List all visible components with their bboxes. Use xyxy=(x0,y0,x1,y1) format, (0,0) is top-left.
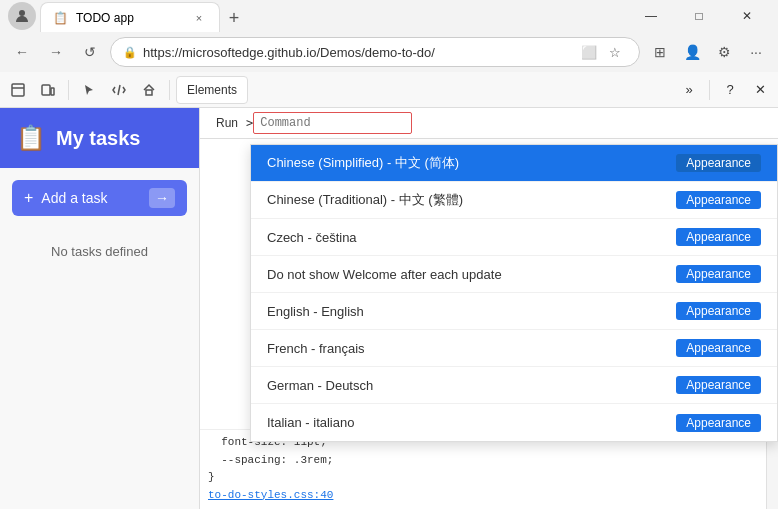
app-panel: 📋 My tasks + Add a task → No tasks defin… xyxy=(0,108,200,509)
minimize-button[interactable]: — xyxy=(628,0,674,32)
profile-icon[interactable] xyxy=(8,2,36,30)
add-task-bar[interactable]: + Add a task → xyxy=(12,180,187,216)
tab-bar: 📋 TODO app × + xyxy=(40,0,624,32)
url-text: https://microsoftedge.github.io/Demos/de… xyxy=(143,45,571,60)
device-toolbar-icon[interactable] xyxy=(34,76,62,104)
command-input[interactable] xyxy=(253,112,412,134)
appearance-button[interactable]: Appearance xyxy=(676,339,761,357)
profile-icon-addr[interactable]: 👤 xyxy=(678,38,706,66)
close-button[interactable]: ✕ xyxy=(724,0,770,32)
address-bar-actions: ⊞ 👤 ⚙ ··· xyxy=(646,38,770,66)
svg-rect-1 xyxy=(12,84,24,96)
svg-line-5 xyxy=(118,85,120,95)
svg-rect-4 xyxy=(51,88,54,95)
browser-tab[interactable]: 📋 TODO app × xyxy=(40,2,220,32)
code-panel: Run > Chinese (Simplified) - 中文 (简体)Appe… xyxy=(200,108,778,509)
toolbar-separator-2 xyxy=(169,80,170,100)
svg-point-0 xyxy=(19,10,25,16)
address-bar: ← → ↺ 🔒 https://microsoftedge.github.io/… xyxy=(0,32,778,72)
dropdown-item[interactable]: Italian - italianoAppearance xyxy=(251,404,777,441)
close-devtools-button[interactable]: ✕ xyxy=(746,76,774,104)
dropdown-item[interactable]: French - françaisAppearance xyxy=(251,330,777,367)
app-title: My tasks xyxy=(56,127,141,150)
item-label: French - français xyxy=(267,341,365,356)
home-icon[interactable] xyxy=(135,76,163,104)
dropdown-item[interactable]: Chinese (Traditional) - 中文 (繁體)Appearanc… xyxy=(251,182,777,219)
dropdown-list: Chinese (Simplified) - 中文 (简体)Appearance… xyxy=(250,144,778,442)
dropdown-item[interactable]: Czech - češtinaAppearance xyxy=(251,219,777,256)
settings-icon[interactable]: ⚙ xyxy=(710,38,738,66)
plus-icon: + xyxy=(24,189,33,207)
run-command-bar: Run > xyxy=(200,108,778,139)
back-button[interactable]: ← xyxy=(8,38,36,66)
item-label: Do not show Welcome after each update xyxy=(267,267,502,282)
tab-close-button[interactable]: × xyxy=(191,10,207,26)
code-link[interactable]: to-do-styles.css:40 xyxy=(208,487,758,505)
appearance-button[interactable]: Appearance xyxy=(676,228,761,246)
item-label: German - Deutsch xyxy=(267,378,373,393)
inspect-element-icon[interactable] xyxy=(4,76,32,104)
item-label: English - English xyxy=(267,304,364,319)
add-task-label: Add a task xyxy=(41,190,141,206)
toolbar-separator xyxy=(68,80,69,100)
dropdown-item[interactable]: German - DeutschAppearance xyxy=(251,367,777,404)
code-line-spacing: --spacing: .3rem; xyxy=(208,452,758,470)
more-button[interactable]: ··· xyxy=(742,38,770,66)
app-header: 📋 My tasks xyxy=(0,108,199,168)
appearance-button[interactable]: Appearance xyxy=(676,414,761,432)
source-icon[interactable] xyxy=(105,76,133,104)
lock-icon: 🔒 xyxy=(123,46,137,59)
tab-elements[interactable]: Elements xyxy=(176,76,248,104)
devtools-toolbar: Elements » ? ✕ xyxy=(0,72,778,108)
toolbar-separator-3 xyxy=(709,80,710,100)
item-label: Czech - čeština xyxy=(267,230,357,245)
appearance-button[interactable]: Appearance xyxy=(676,191,761,209)
item-label: Chinese (Simplified) - 中文 (简体) xyxy=(267,154,459,172)
appearance-button[interactable]: Appearance xyxy=(676,376,761,394)
app-icon: 📋 xyxy=(16,124,46,152)
svg-rect-6 xyxy=(146,90,152,95)
help-icon[interactable]: ? xyxy=(716,76,744,104)
main-area: 📋 My tasks + Add a task → No tasks defin… xyxy=(0,108,778,509)
window-controls: — □ ✕ xyxy=(628,0,770,32)
url-bar[interactable]: 🔒 https://microsoftedge.github.io/Demos/… xyxy=(110,37,640,67)
dropdown-item[interactable]: English - EnglishAppearance xyxy=(251,293,777,330)
item-label: Italian - italiano xyxy=(267,415,354,430)
appearance-button[interactable]: Appearance xyxy=(676,265,761,283)
arrow-icon: → xyxy=(149,188,175,208)
maximize-button[interactable]: □ xyxy=(676,0,722,32)
title-bar: 📋 TODO app × + — □ ✕ xyxy=(0,0,778,32)
item-label: Chinese (Traditional) - 中文 (繁體) xyxy=(267,191,463,209)
appearance-button[interactable]: Appearance xyxy=(676,302,761,320)
tab-favicon: 📋 xyxy=(53,11,68,25)
appearance-button[interactable]: Appearance xyxy=(676,154,761,172)
dropdown-item[interactable]: Do not show Welcome after each updateApp… xyxy=(251,256,777,293)
new-tab-button[interactable]: + xyxy=(220,4,248,32)
forward-button[interactable]: → xyxy=(42,38,70,66)
favorites-icon[interactable]: ☆ xyxy=(603,40,627,64)
dropdown-item[interactable]: Chinese (Simplified) - 中文 (简体)Appearance xyxy=(251,145,777,182)
more-tools-icon[interactable]: » xyxy=(675,76,703,104)
pointer-icon[interactable] xyxy=(75,76,103,104)
split-screen-icon[interactable]: ⬜ xyxy=(577,40,601,64)
run-button[interactable]: Run xyxy=(208,114,246,132)
no-tasks-label: No tasks defined xyxy=(0,228,199,275)
collections-icon[interactable]: ⊞ xyxy=(646,38,674,66)
svg-rect-3 xyxy=(42,85,50,95)
url-actions: ⬜ ☆ xyxy=(577,40,627,64)
code-line-brace: } xyxy=(208,469,758,487)
refresh-button[interactable]: ↺ xyxy=(76,38,104,66)
tab-title: TODO app xyxy=(76,11,183,25)
